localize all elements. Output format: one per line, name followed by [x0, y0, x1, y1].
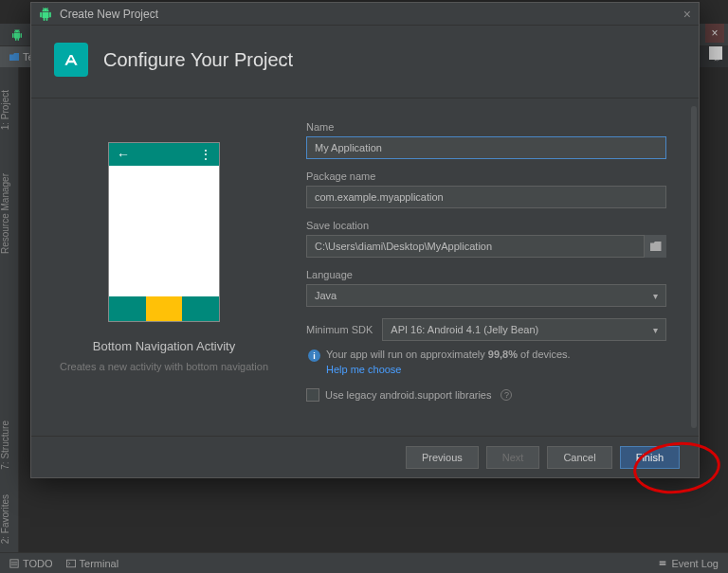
status-todo[interactable]: TODO — [9, 558, 53, 569]
cancel-button[interactable]: Cancel — [547, 446, 611, 469]
legacy-support-label: Use legacy android.support libraries — [325, 389, 491, 401]
tool-resource-manager[interactable]: Resource Manager — [0, 166, 10, 261]
phone-mockup: ← ⋮ — [108, 142, 220, 322]
min-sdk-select[interactable]: API 16: Android 4.1 (Jelly Bean) — [382, 318, 666, 341]
package-label: Package name — [306, 170, 666, 182]
android-icon — [11, 29, 23, 41]
dialog-title: Create New Project — [60, 8, 158, 21]
legacy-support-checkbox[interactable] — [306, 388, 319, 402]
folder-icon — [9, 53, 19, 61]
close-icon[interactable]: × — [683, 7, 691, 22]
status-bar: TODO Terminal Event Log — [0, 552, 728, 573]
tool-favorites[interactable]: 2: Favorites — [0, 487, 10, 551]
template-preview: ← ⋮ Bottom Navigation Activity Creates a… — [31, 98, 297, 436]
save-location-input[interactable] — [306, 235, 666, 258]
overflow-icon: ⋮ — [199, 147, 211, 162]
terminal-icon — [66, 559, 76, 568]
avatar-icon[interactable] — [709, 46, 722, 60]
template-description: Creates a new activity with bottom navig… — [60, 361, 268, 372]
dialog-titlebar[interactable]: Create New Project × — [31, 3, 699, 26]
dialog-footer: Previous Next Cancel Finish — [31, 436, 699, 477]
tool-project[interactable]: 1: Project — [0, 82, 10, 137]
finish-button[interactable]: Finish — [620, 446, 680, 469]
tool-structure[interactable]: 7: Structure — [0, 413, 10, 477]
back-arrow-icon: ← — [117, 147, 130, 162]
template-name: Bottom Navigation Activity — [93, 339, 235, 353]
eventlog-icon — [658, 559, 667, 568]
status-eventlog[interactable]: Event Log — [658, 558, 719, 569]
sdk-info-text: i Your app will run on approximately 99,… — [306, 349, 666, 362]
ide-close-button[interactable]: × — [705, 24, 724, 43]
package-input[interactable] — [306, 186, 666, 208]
android-icon — [39, 8, 52, 21]
next-button: Next — [486, 446, 540, 469]
create-project-dialog: Create New Project × Configure Your Proj… — [30, 2, 700, 478]
left-toolbar: 1: Project Resource Manager 7: Structure… — [0, 67, 19, 552]
help-icon[interactable]: ? — [500, 389, 512, 401]
language-select[interactable]: Java — [306, 284, 666, 307]
android-studio-logo — [54, 43, 88, 77]
dialog-heading: Configure Your Project — [103, 49, 293, 71]
save-location-label: Save location — [306, 220, 666, 231]
svg-rect-1 — [66, 560, 75, 567]
previous-button[interactable]: Previous — [406, 446, 479, 469]
min-sdk-label: Minimum SDK — [306, 324, 373, 335]
dialog-body: ← ⋮ Bottom Navigation Activity Creates a… — [31, 98, 699, 436]
status-terminal[interactable]: Terminal — [66, 558, 119, 569]
dialog-header: Configure Your Project — [31, 26, 699, 98]
folder-icon — [650, 242, 662, 251]
configure-form: Name Package name Save location Language… — [297, 98, 699, 436]
todo-icon — [9, 559, 19, 568]
browse-folder-button[interactable] — [644, 235, 666, 258]
info-icon: i — [308, 349, 320, 362]
name-input[interactable] — [306, 136, 666, 159]
name-label: Name — [306, 121, 666, 133]
scrollbar[interactable] — [691, 106, 697, 428]
help-me-choose-link[interactable]: Help me choose — [326, 364, 666, 375]
language-label: Language — [306, 269, 666, 280]
